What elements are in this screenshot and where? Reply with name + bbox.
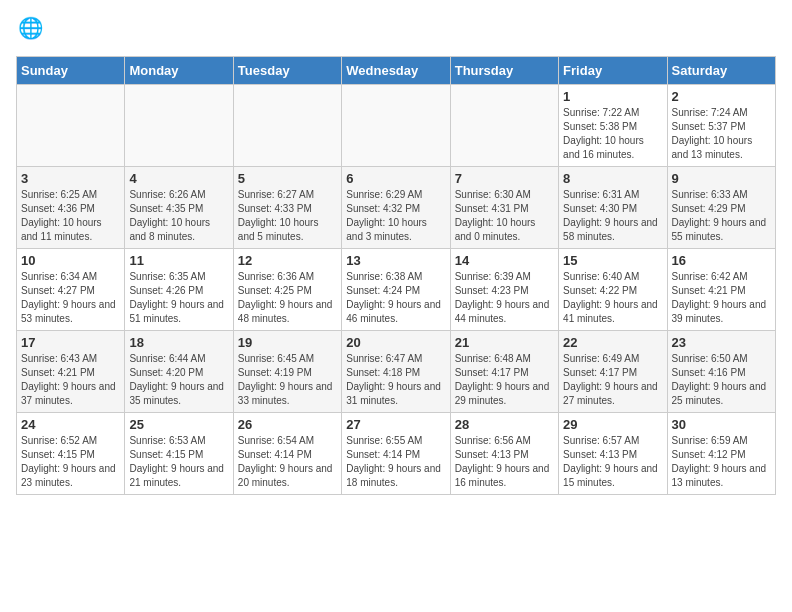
week-row-2: 3Sunrise: 6:25 AM Sunset: 4:36 PM Daylig… bbox=[17, 167, 776, 249]
day-info: Sunrise: 6:59 AM Sunset: 4:12 PM Dayligh… bbox=[672, 434, 771, 490]
day-number: 9 bbox=[672, 171, 771, 186]
day-number: 8 bbox=[563, 171, 662, 186]
week-row-1: 1Sunrise: 7:22 AM Sunset: 5:38 PM Daylig… bbox=[17, 85, 776, 167]
day-number: 27 bbox=[346, 417, 445, 432]
day-info: Sunrise: 6:30 AM Sunset: 4:31 PM Dayligh… bbox=[455, 188, 554, 244]
day-number: 23 bbox=[672, 335, 771, 350]
header: 🌐 bbox=[16, 16, 776, 44]
day-cell: 1Sunrise: 7:22 AM Sunset: 5:38 PM Daylig… bbox=[559, 85, 667, 167]
day-cell: 7Sunrise: 6:30 AM Sunset: 4:31 PM Daylig… bbox=[450, 167, 558, 249]
day-cell: 14Sunrise: 6:39 AM Sunset: 4:23 PM Dayli… bbox=[450, 249, 558, 331]
day-number: 19 bbox=[238, 335, 337, 350]
day-number: 29 bbox=[563, 417, 662, 432]
day-number: 11 bbox=[129, 253, 228, 268]
day-info: Sunrise: 6:53 AM Sunset: 4:15 PM Dayligh… bbox=[129, 434, 228, 490]
day-info: Sunrise: 6:38 AM Sunset: 4:24 PM Dayligh… bbox=[346, 270, 445, 326]
day-info: Sunrise: 6:49 AM Sunset: 4:17 PM Dayligh… bbox=[563, 352, 662, 408]
day-cell bbox=[342, 85, 450, 167]
day-number: 25 bbox=[129, 417, 228, 432]
day-number: 3 bbox=[21, 171, 120, 186]
day-info: Sunrise: 6:31 AM Sunset: 4:30 PM Dayligh… bbox=[563, 188, 662, 244]
weekday-header-sunday: Sunday bbox=[17, 57, 125, 85]
day-number: 6 bbox=[346, 171, 445, 186]
day-number: 7 bbox=[455, 171, 554, 186]
day-number: 18 bbox=[129, 335, 228, 350]
weekday-header-row: SundayMondayTuesdayWednesdayThursdayFrid… bbox=[17, 57, 776, 85]
week-row-3: 10Sunrise: 6:34 AM Sunset: 4:27 PM Dayli… bbox=[17, 249, 776, 331]
day-cell: 19Sunrise: 6:45 AM Sunset: 4:19 PM Dayli… bbox=[233, 331, 341, 413]
day-cell: 30Sunrise: 6:59 AM Sunset: 4:12 PM Dayli… bbox=[667, 413, 775, 495]
day-info: Sunrise: 6:44 AM Sunset: 4:20 PM Dayligh… bbox=[129, 352, 228, 408]
day-cell: 25Sunrise: 6:53 AM Sunset: 4:15 PM Dayli… bbox=[125, 413, 233, 495]
svg-text:🌐: 🌐 bbox=[18, 16, 44, 41]
weekday-header-tuesday: Tuesday bbox=[233, 57, 341, 85]
day-cell: 28Sunrise: 6:56 AM Sunset: 4:13 PM Dayli… bbox=[450, 413, 558, 495]
day-number: 14 bbox=[455, 253, 554, 268]
day-number: 26 bbox=[238, 417, 337, 432]
week-row-5: 24Sunrise: 6:52 AM Sunset: 4:15 PM Dayli… bbox=[17, 413, 776, 495]
day-number: 28 bbox=[455, 417, 554, 432]
day-number: 20 bbox=[346, 335, 445, 350]
day-cell: 10Sunrise: 6:34 AM Sunset: 4:27 PM Dayli… bbox=[17, 249, 125, 331]
day-cell: 6Sunrise: 6:29 AM Sunset: 4:32 PM Daylig… bbox=[342, 167, 450, 249]
day-number: 13 bbox=[346, 253, 445, 268]
weekday-header-friday: Friday bbox=[559, 57, 667, 85]
day-cell: 24Sunrise: 6:52 AM Sunset: 4:15 PM Dayli… bbox=[17, 413, 125, 495]
day-cell: 27Sunrise: 6:55 AM Sunset: 4:14 PM Dayli… bbox=[342, 413, 450, 495]
day-cell: 15Sunrise: 6:40 AM Sunset: 4:22 PM Dayli… bbox=[559, 249, 667, 331]
day-cell: 12Sunrise: 6:36 AM Sunset: 4:25 PM Dayli… bbox=[233, 249, 341, 331]
day-number: 22 bbox=[563, 335, 662, 350]
day-cell bbox=[17, 85, 125, 167]
day-info: Sunrise: 6:43 AM Sunset: 4:21 PM Dayligh… bbox=[21, 352, 120, 408]
day-number: 17 bbox=[21, 335, 120, 350]
day-info: Sunrise: 6:57 AM Sunset: 4:13 PM Dayligh… bbox=[563, 434, 662, 490]
day-number: 15 bbox=[563, 253, 662, 268]
day-cell: 17Sunrise: 6:43 AM Sunset: 4:21 PM Dayli… bbox=[17, 331, 125, 413]
day-info: Sunrise: 6:56 AM Sunset: 4:13 PM Dayligh… bbox=[455, 434, 554, 490]
day-cell: 5Sunrise: 6:27 AM Sunset: 4:33 PM Daylig… bbox=[233, 167, 341, 249]
day-info: Sunrise: 6:45 AM Sunset: 4:19 PM Dayligh… bbox=[238, 352, 337, 408]
day-cell: 18Sunrise: 6:44 AM Sunset: 4:20 PM Dayli… bbox=[125, 331, 233, 413]
day-cell: 23Sunrise: 6:50 AM Sunset: 4:16 PM Dayli… bbox=[667, 331, 775, 413]
day-number: 16 bbox=[672, 253, 771, 268]
day-cell: 11Sunrise: 6:35 AM Sunset: 4:26 PM Dayli… bbox=[125, 249, 233, 331]
day-info: Sunrise: 6:42 AM Sunset: 4:21 PM Dayligh… bbox=[672, 270, 771, 326]
day-number: 21 bbox=[455, 335, 554, 350]
day-info: Sunrise: 6:36 AM Sunset: 4:25 PM Dayligh… bbox=[238, 270, 337, 326]
calendar: SundayMondayTuesdayWednesdayThursdayFrid… bbox=[16, 56, 776, 495]
day-number: 4 bbox=[129, 171, 228, 186]
day-info: Sunrise: 6:26 AM Sunset: 4:35 PM Dayligh… bbox=[129, 188, 228, 244]
day-info: Sunrise: 6:55 AM Sunset: 4:14 PM Dayligh… bbox=[346, 434, 445, 490]
day-cell: 4Sunrise: 6:26 AM Sunset: 4:35 PM Daylig… bbox=[125, 167, 233, 249]
day-cell: 3Sunrise: 6:25 AM Sunset: 4:36 PM Daylig… bbox=[17, 167, 125, 249]
day-info: Sunrise: 6:39 AM Sunset: 4:23 PM Dayligh… bbox=[455, 270, 554, 326]
day-info: Sunrise: 7:22 AM Sunset: 5:38 PM Dayligh… bbox=[563, 106, 662, 162]
week-row-4: 17Sunrise: 6:43 AM Sunset: 4:21 PM Dayli… bbox=[17, 331, 776, 413]
day-cell: 9Sunrise: 6:33 AM Sunset: 4:29 PM Daylig… bbox=[667, 167, 775, 249]
day-number: 30 bbox=[672, 417, 771, 432]
day-number: 1 bbox=[563, 89, 662, 104]
day-info: Sunrise: 6:48 AM Sunset: 4:17 PM Dayligh… bbox=[455, 352, 554, 408]
day-cell: 2Sunrise: 7:24 AM Sunset: 5:37 PM Daylig… bbox=[667, 85, 775, 167]
day-cell: 8Sunrise: 6:31 AM Sunset: 4:30 PM Daylig… bbox=[559, 167, 667, 249]
day-number: 24 bbox=[21, 417, 120, 432]
day-info: Sunrise: 6:29 AM Sunset: 4:32 PM Dayligh… bbox=[346, 188, 445, 244]
day-cell: 26Sunrise: 6:54 AM Sunset: 4:14 PM Dayli… bbox=[233, 413, 341, 495]
day-cell: 22Sunrise: 6:49 AM Sunset: 4:17 PM Dayli… bbox=[559, 331, 667, 413]
day-info: Sunrise: 6:50 AM Sunset: 4:16 PM Dayligh… bbox=[672, 352, 771, 408]
day-cell: 29Sunrise: 6:57 AM Sunset: 4:13 PM Dayli… bbox=[559, 413, 667, 495]
weekday-header-saturday: Saturday bbox=[667, 57, 775, 85]
day-cell: 13Sunrise: 6:38 AM Sunset: 4:24 PM Dayli… bbox=[342, 249, 450, 331]
day-info: Sunrise: 7:24 AM Sunset: 5:37 PM Dayligh… bbox=[672, 106, 771, 162]
weekday-header-monday: Monday bbox=[125, 57, 233, 85]
weekday-header-thursday: Thursday bbox=[450, 57, 558, 85]
day-number: 2 bbox=[672, 89, 771, 104]
day-info: Sunrise: 6:33 AM Sunset: 4:29 PM Dayligh… bbox=[672, 188, 771, 244]
day-info: Sunrise: 6:34 AM Sunset: 4:27 PM Dayligh… bbox=[21, 270, 120, 326]
day-number: 10 bbox=[21, 253, 120, 268]
day-info: Sunrise: 6:52 AM Sunset: 4:15 PM Dayligh… bbox=[21, 434, 120, 490]
day-info: Sunrise: 6:25 AM Sunset: 4:36 PM Dayligh… bbox=[21, 188, 120, 244]
day-number: 12 bbox=[238, 253, 337, 268]
day-number: 5 bbox=[238, 171, 337, 186]
day-cell: 21Sunrise: 6:48 AM Sunset: 4:17 PM Dayli… bbox=[450, 331, 558, 413]
